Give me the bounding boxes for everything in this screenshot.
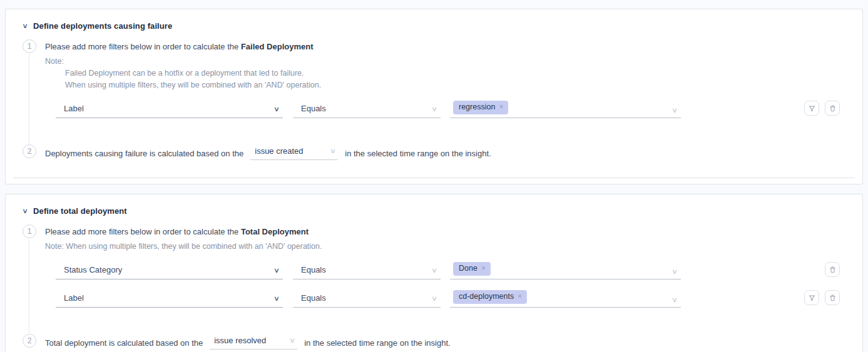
event-type-select[interactable]: issue resolved ∨ — [210, 336, 297, 349]
delete-button[interactable] — [825, 101, 840, 116]
chevron-down-icon: ∨ — [330, 146, 336, 155]
step-2: 2 Total deployment is calculated based o… — [23, 334, 862, 349]
value-tag: cd-deployments × — [453, 290, 527, 304]
panel-title: Define total deployment — [33, 206, 127, 216]
values-select[interactable]: regression × ∨ — [450, 98, 681, 118]
step-number-badge: 1 — [23, 224, 36, 238]
trash-icon — [829, 266, 837, 274]
step2-text-after: in the selected time range on the insigh… — [345, 149, 491, 158]
chevron-down-icon: ∨ — [431, 294, 437, 303]
panel-header: ∨ Define deployments causing failure — [6, 9, 862, 31]
operator-select[interactable]: Equals ∨ — [293, 288, 441, 308]
field-select[interactable]: Status Category ∨ — [56, 259, 283, 279]
panel-deployments-causing-failure: ∨ Define deployments causing failure 1 P… — [5, 9, 863, 184]
chevron-down-icon: ∨ — [431, 266, 437, 274]
step-1: 1 Please add more filters below in order… — [23, 39, 862, 126]
note-lines: Failed Deployment can be a hotfix or a d… — [65, 69, 862, 89]
values-select[interactable]: Done × ∨ — [450, 259, 681, 279]
panel-total-deployment: ∨ Define total deployment 1 Please add m… — [5, 194, 863, 352]
operator-select-value: Equals — [301, 293, 326, 303]
chevron-down-icon: ∨ — [431, 104, 437, 113]
trash-icon — [829, 104, 837, 113]
chevron-down-icon: ∨ — [671, 267, 678, 276]
step-number-badge: 2 — [23, 334, 36, 348]
note-label: Note: — [45, 57, 862, 66]
field-select-value: Label — [64, 104, 84, 113]
field-select[interactable]: Label ∨ — [56, 288, 283, 308]
event-type-select[interactable]: issue created ∨ — [250, 146, 338, 160]
panel-title: Define deployments causing failure — [33, 21, 172, 31]
values-select[interactable]: cd-deployments × ∨ — [450, 288, 681, 308]
chevron-down-icon: ∨ — [273, 266, 280, 274]
field-select[interactable]: Label ∨ — [56, 98, 283, 118]
event-type-select-value: issue created — [255, 146, 303, 156]
row-actions — [825, 262, 840, 277]
step-1: 1 Please add more filters below in order… — [23, 224, 862, 316]
delete-button[interactable] — [825, 262, 840, 277]
chevron-down-icon: ∨ — [289, 336, 295, 344]
event-type-select-value: issue resolved — [214, 336, 266, 345]
steps: 1 Please add more filters below in order… — [23, 39, 862, 160]
filter-button[interactable] — [804, 290, 819, 305]
collapse-chevron-icon[interactable]: ∨ — [22, 208, 28, 214]
remove-tag-icon[interactable]: × — [481, 264, 486, 273]
row-actions — [804, 101, 840, 116]
step-number-badge: 1 — [23, 39, 36, 53]
step-number-badge: 2 — [23, 144, 36, 158]
panel-header: ∨ Define total deployment — [6, 194, 862, 216]
step-intro: Please add more filters below in order t… — [45, 227, 862, 236]
filter-button[interactable] — [804, 101, 819, 116]
value-tag-label: regression — [459, 103, 495, 112]
step-2: 2 Deployments causing failure is calcula… — [23, 144, 862, 160]
operator-select-value: Equals — [301, 104, 326, 113]
value-tag: Done × — [453, 262, 491, 276]
row-actions — [804, 290, 840, 305]
remove-tag-icon[interactable]: × — [499, 103, 503, 111]
note-line: Note: When using multiple filters, they … — [45, 242, 862, 251]
step2-text-before: Deployments causing failure is calculate… — [45, 149, 243, 158]
funnel-icon — [808, 104, 816, 113]
filter-row: Label ∨ Equals ∨ regression × — [56, 98, 862, 118]
steps: 1 Please add more filters below in order… — [23, 224, 862, 349]
operator-select[interactable]: Equals ∨ — [293, 259, 441, 279]
remove-tag-icon[interactable]: × — [518, 292, 522, 301]
operator-select[interactable]: Equals ∨ — [293, 98, 441, 118]
value-tag-label: Done — [459, 264, 477, 273]
chevron-down-icon: ∨ — [671, 106, 678, 114]
chevron-down-icon: ∨ — [671, 295, 678, 304]
funnel-icon — [808, 294, 816, 302]
step2-text-before: Total deployment is calculated based on … — [45, 338, 203, 348]
note-line: Failed Deployment can be a hotfix or a d… — [65, 69, 862, 78]
filter-rows: Status Category ∨ Equals ∨ Done × — [56, 259, 862, 308]
filter-row: Status Category ∨ Equals ∨ Done × — [56, 259, 862, 279]
filter-row: Label ∨ Equals ∨ cd-deployments × — [56, 288, 862, 308]
delete-button[interactable] — [825, 290, 840, 305]
step2-text-after: in the selected time range on the insigh… — [304, 338, 450, 348]
filter-rows: Label ∨ Equals ∨ regression × — [56, 98, 862, 118]
operator-select-value: Equals — [301, 265, 326, 274]
trash-icon — [829, 294, 837, 302]
field-select-value: Status Category — [64, 265, 122, 274]
note-line: When using multiple filters, they will b… — [65, 81, 862, 89]
collapse-chevron-icon[interactable]: ∨ — [22, 23, 28, 29]
chevron-down-icon: ∨ — [273, 104, 280, 113]
value-tag: regression × — [453, 101, 508, 114]
field-select-value: Label — [64, 293, 84, 303]
chevron-down-icon: ∨ — [273, 294, 280, 303]
value-tag-label: cd-deployments — [459, 292, 514, 301]
step-intro: Please add more filters below in order t… — [45, 42, 862, 51]
